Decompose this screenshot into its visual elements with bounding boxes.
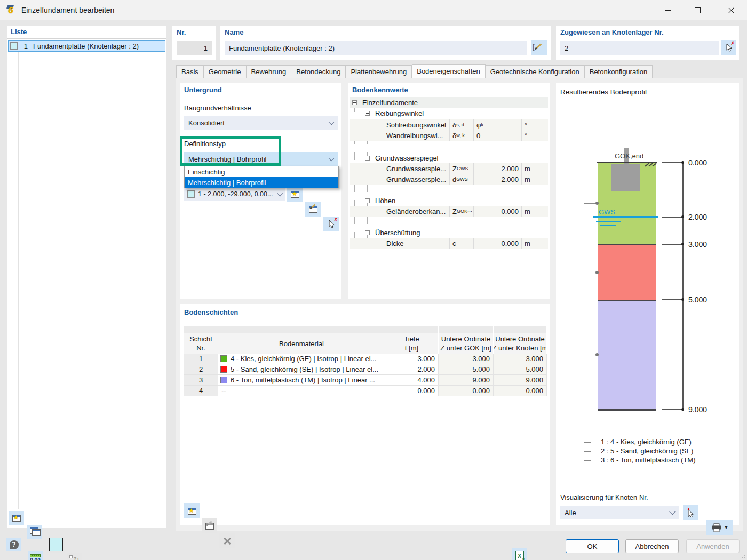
bohrprofil-new-button[interactable]: ★ [287, 187, 303, 202]
color-swatch-button[interactable] [49, 538, 63, 551]
units-button[interactable]: 0,00 [28, 551, 43, 560]
table-header-row: SchichtNr. Bodenmaterial Tiefet [m] Unte… [184, 333, 547, 354]
tree-row-name: Grundwasserspie... [386, 165, 449, 173]
value-cell[interactable]: 0.000 [473, 206, 521, 217]
tree-root-row[interactable]: Einzelfundamente [350, 97, 548, 108]
bohrprofil-selector-dropdown[interactable]: 1 - 2.000, -29.000, 0.00... [184, 187, 285, 201]
list-toggle-check-button[interactable]: ↻ [67, 553, 82, 560]
schicht-delete-button[interactable] [219, 533, 235, 548]
cancel-button[interactable]: Abbrechen [625, 539, 679, 553]
red-x-icon: ✗ [730, 41, 735, 46]
tab-geometrie[interactable]: Geometrie [204, 65, 247, 78]
value-cell[interactable]: 0.000 [473, 238, 521, 249]
list-header-divider [7, 38, 166, 39]
bracket-dot [595, 202, 599, 205]
tree-group-reibungswinkel[interactable]: Reibungswinkel [350, 108, 548, 118]
resize-grip[interactable] [739, 552, 745, 558]
new-window-icon: ★ [188, 508, 196, 515]
z-knoten-cell[interactable]: 9.000 [494, 375, 547, 385]
tree-row-wandreibungswinkel: Wandreibungswi... δw, k 0 ° [350, 130, 548, 141]
app-icon-six: 6 [8, 5, 13, 16]
maximize-button[interactable] [685, 0, 710, 20]
list-item-color-swatch [10, 42, 18, 50]
assigned-field[interactable]: 2 [560, 41, 719, 55]
collapse-icon[interactable] [365, 156, 370, 161]
tab-basis[interactable]: Basis [176, 65, 204, 78]
bracket-arm [584, 355, 597, 355]
tree-group-hoehen[interactable]: Höhen [350, 195, 548, 206]
collapse-icon[interactable] [365, 198, 370, 203]
tree-group-grundwasserspiegel[interactable]: Grundwasserspiegel [350, 153, 548, 163]
z-knoten-cell[interactable]: 0.000 [494, 386, 547, 396]
tab-betonkonfiguration[interactable]: Betonkonfiguration [585, 65, 653, 78]
bohrprofil-select-button[interactable]: ✗ [323, 217, 339, 231]
unit-cell: m [521, 238, 546, 249]
close-button[interactable] [719, 0, 743, 20]
value-cell[interactable]: 0 [473, 130, 521, 141]
foundation-footing [611, 164, 640, 191]
name-field[interactable]: Fundamentplatte (Knotenlager : 2) [225, 41, 527, 55]
apply-button[interactable]: Anwenden [686, 539, 740, 553]
z-gok-cell[interactable]: 5.000 [439, 364, 494, 374]
bohrprofil-edit-button[interactable] [305, 202, 321, 217]
z-gok-cell[interactable]: 3.000 [439, 354, 494, 364]
depth-label-5: 5.000 [688, 295, 707, 304]
collapse-icon[interactable] [365, 230, 370, 235]
material-cell[interactable]: -- [218, 386, 385, 396]
material-cell[interactable]: 6 - Ton, mittelplastisch (TM) | Isotrop … [218, 375, 385, 385]
tab-bewehrung[interactable]: Bewehrung [247, 65, 292, 78]
help-button[interactable]: ? [6, 538, 21, 551]
maximize-icon [695, 7, 701, 13]
excel-import-button[interactable]: X ▼ [512, 548, 527, 560]
tree-root-label: Einzelfundamente [362, 99, 418, 107]
option-mehrschichtig[interactable]: Mehrschichtig | Bohrprofil [185, 177, 338, 188]
value-cell[interactable]: 2.000 [473, 174, 521, 185]
table-top-strip [184, 326, 547, 333]
tiefe-cell[interactable]: 4.000 [385, 375, 439, 385]
definitionstyp-label: Definitionstyp [184, 140, 226, 148]
material-cell[interactable]: 4 - Kies, gleichkörnig (GE) | Isotrop | … [218, 354, 385, 364]
rename-button[interactable]: [ [531, 40, 547, 55]
collapse-icon[interactable] [352, 100, 357, 105]
visualisierung-select-button[interactable] [683, 505, 698, 520]
symbol-cell: ZGOK··· [449, 206, 473, 217]
nr-field: 1 [177, 41, 212, 55]
bodenschichten-group: Bodenschichten SchichtNr. Bodenmaterial … [180, 304, 550, 525]
print-button[interactable]: ▼ [706, 520, 733, 535]
screenshot-root: { "window": { "title": "Einzelfundament … [0, 0, 747, 560]
tiefe-cell[interactable]: 0.000 [385, 386, 439, 396]
tree-group-ueberschuettung[interactable]: Überschüttung [350, 227, 548, 238]
tab-betondeckung[interactable]: Betondeckung [291, 65, 346, 78]
value-cell[interactable]: φk [473, 119, 521, 130]
value-cell[interactable]: 2.000 [473, 163, 521, 174]
ruler-icon [30, 554, 41, 557]
depth-label-0: 0.000 [688, 158, 707, 167]
delete-x-icon [223, 537, 232, 545]
depth-label-2: 2.000 [688, 213, 707, 221]
z-gok-cell[interactable]: 0.000 [439, 386, 494, 396]
tab-geotechnische-konfiguration[interactable]: Geotechnische Konfiguration [486, 65, 585, 78]
layer-boundary-1 [598, 244, 656, 245]
z-knoten-cell[interactable]: 3.000 [494, 354, 547, 364]
schicht-new-button[interactable]: ★ [184, 503, 200, 518]
bohrprofil-color-swatch [187, 190, 195, 198]
tiefe-cell[interactable]: 3.000 [385, 354, 439, 364]
red-x-icon: ✗ [333, 218, 338, 222]
footer-divider [0, 532, 747, 532]
collapse-icon[interactable] [365, 111, 370, 116]
list-item-fundamentplatte[interactable]: 1 Fundamentplatte (Knotenlager : 2) [8, 40, 165, 52]
tiefe-cell[interactable]: 2.000 [385, 364, 439, 374]
material-cell[interactable]: 5 - Sand, gleichkörnig (SE) | Isotrop | … [218, 364, 385, 374]
z-knoten-cell[interactable]: 5.000 [494, 364, 547, 374]
schicht-edit-button[interactable] [202, 518, 217, 533]
minimize-button[interactable] [656, 0, 680, 20]
ok-button[interactable]: OK [566, 539, 619, 553]
option-einschichtig[interactable]: Einschichtig [185, 166, 338, 177]
tab-bodeneigenschaften[interactable]: Bodeneigenschaften [412, 64, 486, 78]
list-new-button[interactable]: ★ [9, 511, 24, 525]
assigned-select-button[interactable]: ✗ [721, 40, 736, 55]
tab-plattenbewehrung[interactable]: Plattenbewehrung [346, 65, 412, 78]
visualisierung-dropdown[interactable]: Alle [560, 506, 679, 519]
z-gok-cell[interactable]: 9.000 [439, 375, 494, 385]
baugrund-dropdown[interactable]: Konsolidiert [184, 116, 338, 130]
